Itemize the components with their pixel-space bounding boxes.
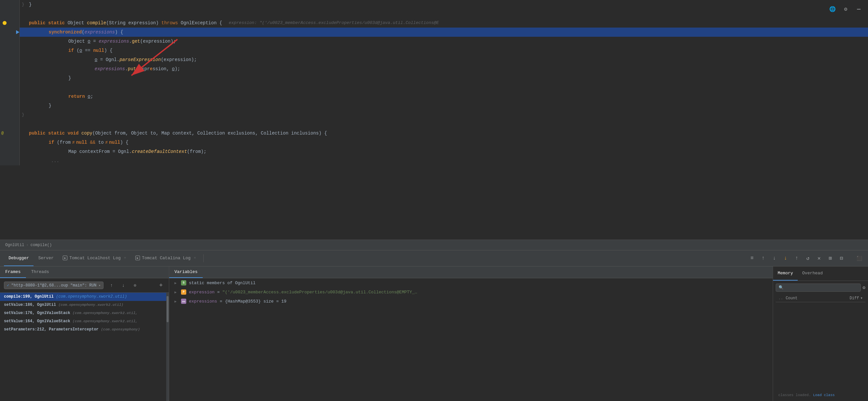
- tab-debugger[interactable]: Debugger: [4, 250, 33, 266]
- grid-view-button[interactable]: ⊞: [825, 253, 835, 263]
- memory-search-row: 🔍 ⚙: [776, 283, 865, 292]
- force-step-into-button[interactable]: ↑: [792, 253, 802, 263]
- fold-indicator: [20, 120, 26, 129]
- line-number: [0, 9, 20, 19]
- var-equals: =: [220, 299, 222, 304]
- line-number: [0, 120, 20, 129]
- step-over-button[interactable]: ↓: [781, 253, 790, 263]
- frames-scroll-thumb: [166, 296, 168, 322]
- compact-view-button[interactable]: ⊟: [836, 253, 846, 263]
- memory-search-box[interactable]: 🔍: [776, 283, 861, 292]
- frames-list: compile:199, OgnlUtil (com.opensymphony.…: [0, 293, 169, 401]
- minimize-icon[interactable]: —: [854, 4, 864, 14]
- variable-item-static[interactable]: ▶ S static members of OgnlUtil: [169, 278, 773, 288]
- frames-down-button[interactable]: ↓: [119, 281, 127, 290]
- settings-icon[interactable]: ⚙: [840, 4, 851, 14]
- panel-content: Frames Threads ✓ "http-8080-1"@2,68...ou…: [0, 266, 868, 401]
- code-line: Object o = expressions.get(expression);: [0, 37, 868, 46]
- thread-selector-label: "http-8080-1"@2,68...oup "main": RUNNING: [11, 283, 97, 288]
- frame-method: setValue:176, OgnlValueStack (com.opensy…: [4, 311, 138, 315]
- panel-icon[interactable]: ⬛: [854, 253, 864, 263]
- memory-content: 🔍 ⚙ .. Count Diff ▾ classes loaded.: [773, 281, 868, 401]
- fold-indicator: }: [20, 0, 26, 9]
- code-line: } }: [0, 0, 868, 9]
- code-content: public static void copy(Object from, Obj…: [26, 129, 868, 138]
- tab-threads[interactable]: Threads: [26, 266, 55, 278]
- code-content: Map contextFrom = Ognl.createDefaultCont…: [26, 147, 868, 156]
- tab-debugger-label: Debugger: [8, 256, 29, 261]
- fold-indicator: [20, 101, 26, 110]
- breadcrumb: OgnlUtil › compile(): [0, 239, 868, 250]
- line-number: [0, 55, 20, 64]
- frame-item[interactable]: setValue:164, OgnlValueStack (com.opensy…: [0, 317, 169, 326]
- expand-icon: ▶: [175, 290, 178, 294]
- lines-icon[interactable]: ≡: [747, 253, 757, 263]
- globe-icon[interactable]: 🌐: [827, 4, 838, 14]
- memory-search-input[interactable]: [785, 286, 858, 290]
- frame-item[interactable]: setValue:186, OgnlUtil (com.opensymphony…: [0, 301, 169, 309]
- col-diff-label: Diff: [849, 296, 859, 301]
- tab-threads-label: Threads: [31, 269, 49, 274]
- load-class-link[interactable]: Load class: [813, 393, 835, 397]
- evaluate-button[interactable]: ✕: [814, 253, 824, 263]
- tab-frames[interactable]: Frames: [0, 266, 26, 278]
- step-out-button[interactable]: ↑: [758, 253, 768, 263]
- frames-scrollbar[interactable]: [166, 293, 169, 401]
- tab-variables[interactable]: Variables: [169, 266, 203, 278]
- code-content: [26, 83, 868, 92]
- close-tomcat-catalina-button[interactable]: ×: [194, 256, 196, 260]
- line-number: [0, 92, 20, 101]
- fold-indicator: [20, 92, 26, 101]
- frame-item[interactable]: setParameters:212, ParametersInterceptor…: [0, 326, 169, 334]
- tab-overhead[interactable]: Overhead: [798, 266, 827, 280]
- tab-server[interactable]: Server: [33, 250, 58, 266]
- frames-filter-button[interactable]: ⊙: [131, 281, 139, 290]
- frame-item[interactable]: setValue:176, OgnlValueStack (com.opensy…: [0, 309, 169, 317]
- code-content: if (o == null) {: [26, 46, 868, 55]
- code-line: if (o == null) {: [0, 46, 868, 55]
- code-line: return o;: [0, 92, 868, 101]
- fold-indicator: [20, 147, 26, 156]
- code-line: [0, 120, 868, 129]
- tab-memory-label: Memory: [778, 271, 793, 276]
- variable-item-expression[interactable]: ▶ P expression = "('/u0023_memberAccess.…: [169, 288, 773, 297]
- variable-item-expressions[interactable]: ▶ oo expressions = {HashMap@3553} size =…: [169, 297, 773, 306]
- frames-add-button[interactable]: +: [157, 281, 165, 290]
- tab-memory[interactable]: Memory: [773, 266, 798, 280]
- frame-item[interactable]: compile:199, OgnlUtil (com.opensymphony.…: [0, 293, 169, 301]
- frames-up-button[interactable]: ↑: [107, 281, 115, 290]
- close-tomcat-localhost-button[interactable]: ×: [124, 256, 126, 260]
- variables-header: Variables: [169, 266, 773, 278]
- memory-panel: Memory Overhead 🔍 ⚙ .. Count: [773, 266, 868, 401]
- lightbulb-icon: [3, 21, 7, 25]
- frames-header: ✓ "http-8080-1"@2,68...oup "main": RUNNI…: [0, 278, 169, 293]
- code-content: if (from≠null && to≠null) {: [26, 138, 868, 147]
- code-line: o = Ognl.parseExpression(expression);: [0, 55, 868, 64]
- var-equals: =: [217, 290, 220, 295]
- line-number: [0, 37, 20, 46]
- memory-gear-icon[interactable]: ⚙: [863, 285, 865, 291]
- var-type-icon-oo: oo: [181, 299, 186, 304]
- line-number: [0, 83, 20, 92]
- fold-indicator: [20, 46, 26, 55]
- tab-tomcat-localhost[interactable]: ▶ Tomcat Localhost Log ×: [58, 250, 131, 266]
- run-to-cursor-button[interactable]: ↺: [803, 253, 813, 263]
- debugger-panel: Frames Threads ✓ "http-8080-1"@2,68...ou…: [0, 266, 868, 401]
- col-diff-dropdown[interactable]: ▾: [861, 296, 863, 301]
- thread-check-icon: ✓: [7, 283, 9, 288]
- tab-tomcat-catalina[interactable]: ▶ Tomcat Catalina Log ×: [131, 250, 201, 266]
- thread-selector[interactable]: ✓ "http-8080-1"@2,68...oup "main": RUNNI…: [4, 281, 103, 289]
- step-into-button[interactable]: ↓: [769, 253, 779, 263]
- toolbar-divider: [204, 254, 204, 262]
- fold-indicator: [20, 138, 26, 147]
- frame-method: setValue:186, OgnlUtil (com.opensymphony…: [4, 303, 124, 307]
- fold-indicator: [20, 28, 26, 37]
- code-content: [26, 110, 868, 120]
- code-lines: } } public static Object compile(String …: [0, 0, 868, 165]
- chevron-down-icon: ▾: [99, 283, 100, 288]
- var-name-expression: expression: [189, 290, 215, 295]
- col-dots: ..: [778, 296, 783, 301]
- var-name-expressions: expressions: [189, 299, 217, 304]
- line-number: [0, 101, 20, 110]
- var-value-expression: "('/u0023_memberAccess.excludeProperties…: [222, 290, 420, 295]
